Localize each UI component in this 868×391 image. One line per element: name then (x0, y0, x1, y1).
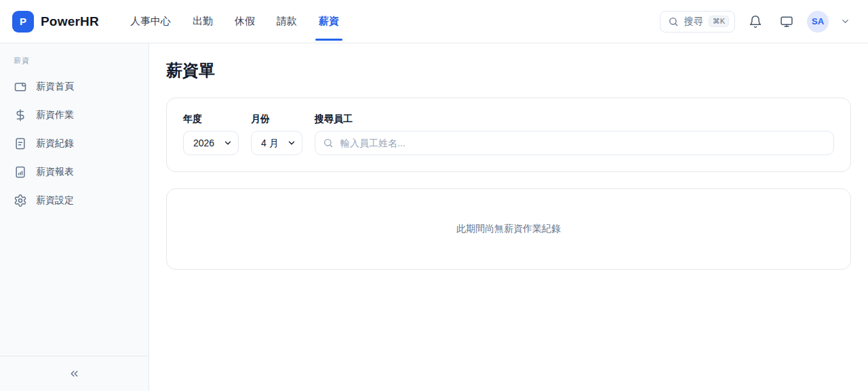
filters-card: 年度 2026 月份 4 月 (166, 98, 851, 172)
sidebar-item-payroll-reports[interactable]: 薪資報表 (0, 158, 149, 186)
document-icon (14, 137, 27, 150)
global-search-button[interactable]: 搜尋 ⌘K (660, 11, 735, 33)
topbar-actions: 搜尋 ⌘K SA (660, 11, 852, 33)
monitor-icon (780, 15, 793, 28)
sidebar-item-label: 薪資首頁 (36, 81, 74, 93)
search-icon (668, 16, 679, 27)
nav-item-expense[interactable]: 請款 (277, 12, 297, 30)
top-navbar: P PowerHR 人事中心 出勤 休假 請款 薪資 搜尋 ⌘K SA (0, 0, 868, 43)
sidebar-item-label: 薪資紀錄 (36, 138, 74, 150)
chevron-down-icon (840, 16, 850, 26)
sidebar-item-payroll-run[interactable]: 薪資作業 (0, 101, 149, 129)
main-content: 薪資單 年度 2026 月份 4 月 (149, 43, 868, 391)
employee-search-field: 搜尋員工 (315, 113, 834, 155)
year-select[interactable]: 2026 (183, 131, 239, 155)
employee-search-input[interactable] (315, 131, 834, 155)
notifications-button[interactable] (745, 11, 766, 33)
nav-item-leave[interactable]: 休假 (235, 12, 255, 30)
employee-search-label: 搜尋員工 (315, 113, 834, 125)
month-field: 月份 4 月 (251, 113, 302, 155)
dollar-icon (14, 108, 27, 122)
app-logo[interactable]: P (12, 11, 34, 33)
sidebar-item-payroll-records[interactable]: 薪資紀錄 (0, 129, 149, 158)
display-mode-button[interactable] (776, 11, 797, 33)
user-avatar[interactable]: SA (807, 11, 829, 33)
report-chart-icon (14, 165, 27, 179)
chevrons-left-icon (68, 368, 80, 379)
sidebar-item-payroll-home[interactable]: 薪資首頁 (0, 73, 149, 101)
payroll-sidebar: 薪資 薪資首頁 薪資作業 薪資紀錄 薪資報表 (0, 43, 149, 391)
month-select[interactable]: 4 月 (251, 131, 302, 155)
sidebar-item-label: 薪資設定 (36, 194, 74, 207)
year-field: 年度 2026 (183, 113, 239, 155)
nav-item-payroll[interactable]: 薪資 (319, 12, 339, 30)
sidebar-item-label: 薪資作業 (36, 109, 74, 121)
sidebar-item-label: 薪資報表 (36, 166, 74, 178)
sidebar-collapse-button[interactable] (68, 368, 80, 379)
nav-item-attendance[interactable]: 出勤 (193, 12, 213, 30)
brand: P PowerHR (12, 11, 99, 33)
page-title: 薪資單 (166, 60, 851, 81)
payroll-empty-state-card: 此期間尚無薪資作業紀錄 (166, 188, 851, 270)
nav-item-hr-center[interactable]: 人事中心 (130, 12, 171, 30)
sidebar-section-label: 薪資 (0, 43, 149, 73)
sidebar-footer (0, 356, 149, 391)
gear-icon (14, 194, 27, 207)
user-menu-button[interactable] (838, 11, 852, 33)
search-label: 搜尋 (684, 16, 703, 28)
main-nav: 人事中心 出勤 休假 請款 薪資 (130, 12, 339, 30)
wallet-icon (14, 80, 27, 94)
bell-icon (749, 15, 762, 28)
empty-state-message: 此期間尚無薪資作業紀錄 (456, 223, 561, 235)
year-label: 年度 (183, 113, 239, 125)
search-shortcut-badge: ⌘K (709, 16, 729, 27)
brand-name: PowerHR (41, 14, 99, 29)
month-label: 月份 (251, 113, 302, 125)
sidebar-item-payroll-settings[interactable]: 薪資設定 (0, 186, 149, 215)
search-icon (323, 138, 334, 148)
